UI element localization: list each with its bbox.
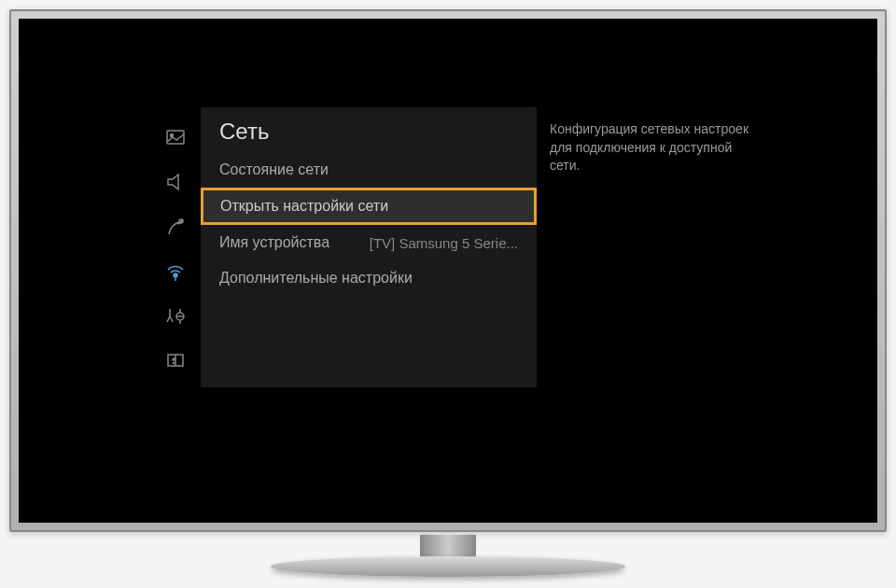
support-icon[interactable] (162, 348, 189, 374)
menu-item-additional-settings[interactable]: Дополнительные настройки (201, 260, 537, 296)
menu-item-device-name[interactable]: Имя устройства [TV] Samsung 5 Serie... (201, 225, 537, 260)
menu-title: Сеть (201, 107, 537, 152)
menu-item-network-status[interactable]: Состояние сети (201, 152, 537, 188)
menu-item-open-network-settings[interactable]: Открыть настройки сети (201, 188, 537, 225)
sound-icon[interactable] (162, 169, 189, 195)
menu-item-label: Дополнительные настройки (219, 270, 413, 287)
tv-stand (271, 535, 625, 577)
tv-screen: Сеть Состояние сети Открыть настройки се… (19, 19, 877, 523)
svg-point-5 (173, 363, 174, 364)
system-icon[interactable] (162, 303, 189, 329)
svg-point-3 (174, 273, 177, 277)
settings-menu: Сеть Состояние сети Открыть настройки се… (201, 107, 537, 387)
tv-stand-neck (420, 535, 476, 558)
menu-item-label: Имя устройства (219, 234, 329, 251)
broadcast-icon[interactable] (162, 214, 189, 240)
menu-item-label: Состояние сети (219, 161, 329, 178)
svg-rect-0 (167, 131, 184, 144)
menu-description: Конфигурация сетевых настроек для подклю… (537, 107, 775, 387)
menu-item-label: Открыть настройки сети (220, 198, 388, 215)
svg-point-1 (170, 134, 173, 137)
picture-icon[interactable] (162, 124, 189, 150)
network-icon[interactable] (162, 259, 189, 285)
settings-sidebar (149, 107, 201, 387)
tv-frame: Сеть Состояние сети Открыть настройки се… (9, 9, 887, 532)
menu-item-value: [TV] Samsung 5 Serie... (370, 235, 518, 251)
settings-panel: Сеть Состояние сети Открыть настройки се… (149, 107, 775, 387)
tv-stand-base (271, 556, 625, 577)
